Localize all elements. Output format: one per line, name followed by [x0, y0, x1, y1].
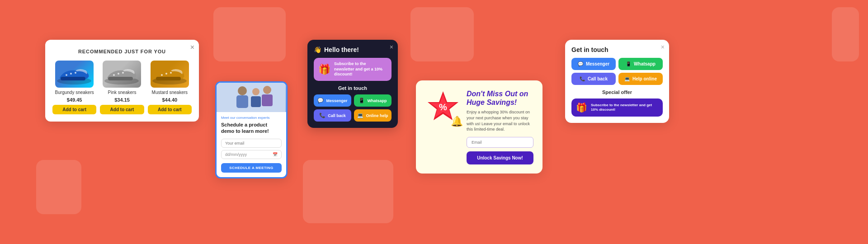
- recommended-widget: × RECOMMENDED JUST FOR YOU Burgundy snea…: [45, 40, 199, 122]
- recommended-close-button[interactable]: ×: [190, 43, 194, 52]
- svg-point-4: [75, 72, 76, 74]
- svg-text:%: %: [439, 102, 447, 112]
- hello-title: Hello there!: [324, 46, 359, 53]
- svg-point-12: [161, 74, 163, 76]
- percent-badge: % 🔔: [425, 89, 461, 126]
- getintouch-whatsapp-button[interactable]: 📱 Whatsapp: [618, 58, 663, 70]
- getintouch-help-button[interactable]: 💻 Help online: [618, 73, 663, 85]
- svg-point-18: [252, 88, 259, 95]
- schedule-image-area: [217, 83, 286, 112]
- svg-point-13: [165, 73, 167, 75]
- svg-rect-1: [61, 77, 85, 80]
- svg-rect-6: [108, 77, 133, 80]
- getintouch-whatsapp-icon: 📱: [626, 61, 631, 66]
- bg-decoration-1: [213, 7, 286, 61]
- svg-rect-21: [262, 94, 273, 106]
- gift-icon: 🎁: [318, 64, 330, 75]
- getintouch-help-icon: 💻: [624, 76, 630, 81]
- callback-button[interactable]: 📞 Call back: [314, 109, 351, 122]
- special-offer-banner: 🎁 Subscribe to the newsletter and get 10…: [571, 99, 663, 117]
- svg-rect-17: [236, 95, 248, 108]
- product-image-1: [55, 61, 94, 88]
- special-offer-label: Special offer: [571, 89, 663, 95]
- newsletter-banner: 🎁 Subscribe to the newsletter and get a …: [314, 58, 392, 81]
- date-placeholder: dd/mm/yyyy: [225, 152, 247, 157]
- svg-point-8: [118, 73, 119, 75]
- svg-point-20: [263, 86, 271, 94]
- whatsapp-button[interactable]: 📱 Whatsapp: [354, 94, 392, 107]
- getintouch-close-button[interactable]: ×: [661, 43, 665, 51]
- bg-decoration-4: [832, 7, 859, 61]
- wave-emoji: 👋: [314, 46, 321, 53]
- savings-inner: % 🔔 Don't Miss Out on Huge Savings! Enjo…: [425, 89, 533, 164]
- hello-widget: × 👋 Hello there! 🎁 Subscribe to the news…: [307, 40, 398, 128]
- products-row: Burgundy sneakers $49.45 Add to cart Pin…: [52, 61, 192, 114]
- savings-email-input[interactable]: [467, 137, 533, 148]
- online-help-button[interactable]: 💻 Online help: [354, 109, 392, 122]
- getintouch-whatsapp-label: Whatsapp: [634, 61, 656, 66]
- special-offer-gift-icon: 🎁: [576, 102, 587, 113]
- unlock-savings-button[interactable]: Unlock Savings Now!: [467, 151, 533, 164]
- product-card-3: Mustard sneakers $44.40 Add to cart: [148, 61, 192, 114]
- getintouch-widget: × Get in touch 💬 Messenger 📱 Whatsapp 📞 …: [565, 40, 669, 123]
- product-price-3: $44.40: [162, 97, 177, 103]
- bg-decoration-5: [36, 160, 81, 214]
- whatsapp-label: Whatsapp: [367, 99, 387, 103]
- add-to-cart-button-1[interactable]: Add to cart: [52, 105, 96, 114]
- messenger-icon: 💬: [317, 98, 324, 103]
- svg-point-2: [66, 74, 67, 76]
- callback-label: Call back: [328, 113, 346, 118]
- savings-headline: Don't Miss Out on Huge Savings!: [467, 89, 533, 107]
- special-offer-text: Subscribe to the newsletter and get 10% …: [591, 103, 658, 113]
- getintouch-contact-grid: 💬 Messenger 📱 Whatsapp 📞 Call back 💻 Hel…: [571, 58, 663, 85]
- getintouch-callback-icon: 📞: [580, 76, 585, 81]
- meet-text: Meet our conversation experts: [221, 116, 282, 120]
- online-help-icon: 💻: [357, 113, 363, 118]
- whatsapp-icon: 📱: [359, 98, 365, 103]
- getintouch-callback-label: Call back: [588, 76, 608, 81]
- calendar-icon: 📅: [273, 152, 278, 157]
- recommended-title: RECOMMENDED JUST FOR YOU: [52, 49, 192, 54]
- schedule-title: Schedule a product demo to learn more!: [221, 122, 282, 135]
- savings-body: Enjoy a whopping 30% discount on your ne…: [467, 109, 533, 132]
- product-price-2: $34.15: [114, 97, 130, 103]
- getintouch-messenger-button[interactable]: 💬 Messenger: [571, 58, 616, 70]
- schedule-widget: Meet our conversation experts Schedule a…: [215, 81, 288, 178]
- getintouch-title: Get in touch: [571, 46, 663, 53]
- product-card-1: Burgundy sneakers $49.45 Add to cart: [52, 61, 96, 114]
- product-name-1: Burgundy sneakers: [55, 90, 94, 95]
- contact-grid: 💬 Messenger 📱 Whatsapp 📞 Call back 💻 Onl…: [314, 94, 392, 122]
- getintouch-messenger-icon: 💬: [578, 61, 583, 66]
- bg-decoration-2: [410, 7, 474, 61]
- savings-text-area: Don't Miss Out on Huge Savings! Enjoy a …: [467, 89, 533, 164]
- svg-point-3: [70, 73, 72, 75]
- messenger-button[interactable]: 💬 Messenger: [314, 94, 351, 107]
- svg-point-9: [122, 72, 124, 74]
- product-price-1: $49.45: [67, 97, 82, 103]
- get-in-touch-label: Get in touch: [314, 85, 392, 91]
- newsletter-text: Subscribe to the newsletter and get a 10…: [334, 61, 387, 77]
- svg-point-14: [170, 72, 172, 74]
- getintouch-callback-button[interactable]: 📞 Call back: [571, 73, 616, 85]
- bell-emoji: 🔔: [451, 116, 463, 127]
- svg-point-16: [238, 86, 247, 95]
- email-input-schedule[interactable]: [221, 139, 282, 148]
- getintouch-messenger-label: Messenger: [586, 61, 609, 66]
- savings-widget: % 🔔 Don't Miss Out on Huge Savings! Enjo…: [416, 80, 542, 174]
- date-input-schedule[interactable]: dd/mm/yyyy 📅: [221, 150, 282, 159]
- svg-rect-19: [251, 96, 261, 107]
- schedule-content: Meet our conversation experts Schedule a…: [217, 112, 286, 177]
- hello-close-button[interactable]: ×: [390, 43, 393, 51]
- svg-rect-11: [156, 77, 181, 80]
- add-to-cart-button-2[interactable]: Add to cart: [100, 105, 144, 114]
- add-to-cart-button-3[interactable]: Add to cart: [148, 105, 192, 114]
- product-name-3: Mustard sneakers: [152, 90, 188, 95]
- bg-decoration-6: [303, 160, 393, 223]
- product-name-2: Pink sneakers: [108, 90, 137, 95]
- online-help-label: Online help: [366, 113, 388, 118]
- callback-icon: 📞: [319, 113, 326, 118]
- product-card-2: Pink sneakers $34.15 Add to cart: [100, 61, 144, 114]
- schedule-meeting-button[interactable]: SCHEDULE A MEETING: [221, 163, 282, 173]
- hello-title-row: 👋 Hello there!: [314, 46, 392, 53]
- product-image-3: [151, 61, 189, 88]
